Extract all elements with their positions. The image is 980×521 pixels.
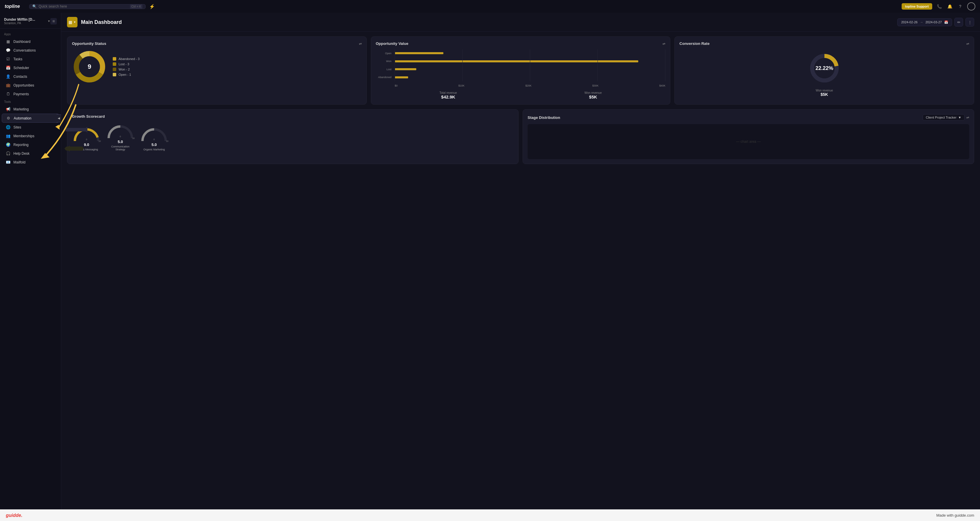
lightning-icon[interactable]: ⚡ (149, 4, 155, 10)
memberships-icon: 👥 (6, 134, 11, 138)
sidebar-item-label: Opportunities (13, 83, 34, 88)
widget-title: Opportunity Status (72, 41, 107, 46)
sidebar-item-dashboard[interactable]: ▦ Dashboard (2, 37, 59, 46)
apps-section-label: Apps (0, 31, 61, 37)
sidebar-item-conversations[interactable]: 💬 Conversations (2, 46, 59, 54)
workspace-chevron-icon: ▼ (48, 19, 50, 23)
automation-icon: ⚙ (6, 116, 11, 120)
gauge-organic: 0 10 5.0 Organic Marketing (140, 125, 169, 151)
svg-text:10: 10 (99, 140, 101, 142)
search-input[interactable] (38, 4, 128, 8)
gauge-value: 5.0 (118, 140, 123, 144)
opp-status-content: 9 Abandoned - 3 Lost - 3 Won - 2 (72, 49, 362, 84)
bar-fill (395, 52, 443, 54)
total-revenue-value: $42.9K (439, 94, 457, 99)
gauge-value: 9.0 (84, 142, 89, 147)
workspace-info: Dunder Mifflin [D... Scranton, PA (4, 18, 48, 25)
main-content: ▦▼ Main Dashboard 2024-02-26 → 2024-03-2… (61, 13, 490, 260)
workspace-name: Dunder Mifflin [D... (4, 18, 48, 22)
legend-label: Lost - 3 (119, 62, 129, 66)
bar-row (395, 73, 490, 81)
sidebar-item-marketing[interactable]: 📢 Marketing (2, 105, 59, 113)
dashboard-icon: ▦ (6, 39, 11, 44)
search-bar[interactable]: 🔍 Ctrl + K (29, 4, 146, 9)
reporting-icon: 🌍 (6, 142, 11, 147)
svg-text:10: 10 (132, 137, 135, 139)
bar-fill (395, 76, 408, 78)
sidebar-item-label: Tasks (13, 57, 22, 61)
growth-scorecard-content: 0 10 9.0 Brand & Messaging 0 10 5.0 Co (72, 122, 490, 151)
widget-title: Opportunity Value (376, 41, 409, 46)
dashboard-row-1: Opportunity Status ⇌ 9 (61, 32, 490, 109)
total-revenue: Total revenue $42.9K (439, 91, 457, 99)
tools-section-label: Tools (0, 99, 61, 105)
widget-header: Growth Scorecard (72, 114, 490, 119)
sidebar-item-label: Mailfold (13, 160, 25, 164)
sidebar-item-opportunities[interactable]: 💼 Opportunities (2, 81, 59, 89)
growth-scorecard-widget: Growth Scorecard 0 10 9.0 Brand & Messag… (67, 109, 490, 164)
sidebar-item-memberships[interactable]: 👥 Memberships (2, 132, 59, 140)
legend-item: Won - 2 (113, 68, 140, 71)
legend-item: Open - 1 (113, 73, 140, 76)
sidebar-item-label: Reporting (13, 143, 29, 147)
sidebar-item-sites[interactable]: 🌐 Sites (2, 123, 59, 131)
opportunity-value-widget: Opportunity Value ⇌ Open Won Lost Abando… (371, 37, 490, 105)
sites-icon: 🌐 (6, 125, 11, 129)
gauge-brand: 0 10 9.0 Brand & Messaging (72, 125, 101, 151)
legend-label: Abandoned - 3 (119, 57, 140, 61)
y-label: Won (376, 60, 391, 63)
sidebar-item-automation[interactable]: ⚙ Automation ◀ (2, 114, 59, 123)
sidebar-item-mailfold[interactable]: 📧 Mailfold (2, 158, 59, 166)
widget-header: Opportunity Value ⇌ (376, 41, 490, 46)
scheduler-icon: 📅 (6, 65, 11, 70)
mailfold-icon: 📧 (6, 160, 11, 164)
sidebar-item-label: Marketing (13, 107, 29, 111)
conversations-icon: 💬 (6, 48, 11, 53)
contacts-icon: 👤 (6, 74, 11, 79)
chart-footer: Total revenue $42.9K Won revenue $5K (376, 91, 490, 99)
sidebar-item-label: Payments (13, 92, 29, 96)
legend-label: Open - 1 (119, 73, 131, 76)
y-label: Open (376, 52, 391, 55)
svg-text:0: 0 (86, 139, 87, 140)
bar-row (395, 57, 490, 65)
sidebar-item-label: Sites (13, 125, 21, 129)
legend-color (113, 73, 116, 76)
widget-header: Opportunity Status ⇌ (72, 41, 362, 46)
sidebar-item-helpdesk[interactable]: 🎧 Help Desk (2, 149, 59, 158)
gauge-label: Brand & Messaging (75, 148, 98, 151)
search-shortcut: Ctrl + K (130, 4, 143, 9)
filter-icon[interactable]: ⇌ (359, 41, 362, 46)
sidebar-expand-icon[interactable]: ⊞ (50, 18, 57, 24)
top-nav: topline 🔍 Ctrl + K ⚡ topline Support 📞 🔔… (0, 0, 490, 13)
sidebar-item-contacts[interactable]: 👤 Contacts (2, 72, 59, 81)
workspace-selector[interactable]: Dunder Mifflin [D... Scranton, PA ▼ ⊞ (0, 15, 61, 29)
gauge-value: 5.0 (151, 142, 157, 147)
donut-center-value: 9 (88, 63, 91, 70)
legend-color (113, 62, 116, 66)
legend-item: Lost - 3 (113, 62, 140, 66)
sidebar-item-label: Scheduler (13, 66, 29, 70)
x-label: $10K (458, 84, 465, 87)
bars-container (395, 49, 490, 81)
sidebar-item-label: Memberships (13, 134, 34, 138)
sidebar-item-label: Conversations (13, 48, 36, 53)
sidebar-item-scheduler[interactable]: 📅 Scheduler (2, 64, 59, 72)
opportunities-icon: 💼 (6, 83, 11, 88)
y-label: Lost (376, 68, 391, 71)
workspace-sub: Scranton, PA (4, 22, 48, 25)
sidebar-item-tasks[interactable]: ☑ Tasks (2, 55, 59, 63)
sidebar-item-payments[interactable]: 🗒 Payments (2, 90, 59, 98)
dashboard-view-icon[interactable]: ▦▼ (67, 17, 78, 27)
bar-fill (395, 60, 490, 62)
sidebar-item-label: Automation (14, 116, 32, 120)
helpdesk-icon: 🎧 (6, 151, 11, 156)
sidebar-item-label: Contacts (13, 75, 27, 79)
bar-row (395, 65, 490, 73)
total-revenue-label: Total revenue (439, 91, 457, 94)
svg-text:10: 10 (166, 140, 169, 142)
x-label: $0 (395, 84, 398, 87)
sidebar-arrow-indicator: ◀ (57, 114, 61, 123)
y-axis-labels: Open Won Lost Abandoned (376, 49, 393, 81)
sidebar-item-reporting[interactable]: 🌍 Reporting (2, 140, 59, 149)
